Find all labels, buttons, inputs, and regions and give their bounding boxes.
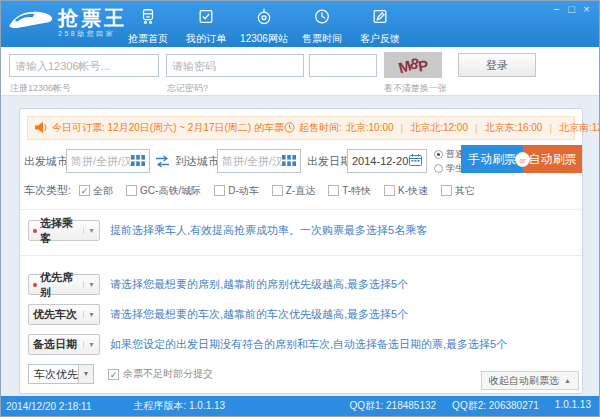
checkbox-label: Z-直达 (286, 184, 315, 198)
to-city-field (217, 149, 301, 173)
chevron-down-icon: ▼ (83, 341, 95, 348)
titlebar-header: 抢票王 258助您回家 抢票首页 (1, 1, 599, 47)
app-title: 抢票王 (58, 7, 127, 29)
status-bar: 2014/12/20 2:18:11 主程序版本: 1.0.1.13 QQ群1:… (1, 396, 599, 416)
traintype-k[interactable]: K-快速 (384, 184, 428, 198)
app-logo: 抢票王 258助您回家 (8, 7, 127, 39)
railway-site-icon (255, 7, 273, 32)
checkbox-label: 全部 (93, 184, 113, 198)
bookable-dates-text: 今日可订票: 12月20日(周六) ~ 2月17日(周二) 的车票 (52, 121, 284, 135)
checkbox-label: K-快速 (398, 184, 428, 198)
select-passengers-button[interactable]: 选择乘客 ▼ (28, 220, 100, 241)
traintype-z[interactable]: Z-直达 (272, 184, 315, 198)
train-type-label: 车次类型: (24, 183, 71, 198)
backup-dates-button[interactable]: 备选日期 ▼ (28, 334, 100, 355)
traintype-all[interactable]: ✓ 全部 (79, 184, 113, 198)
radio-icon (434, 150, 443, 159)
option-button-label: 备选日期 (33, 337, 77, 352)
seat-priority-button[interactable]: 优先席别 ▼ (28, 274, 100, 295)
status-version-label: 主程序版本: 1.0.1.13 (133, 399, 225, 413)
train-front-icon (139, 7, 157, 32)
order-check-icon (197, 7, 215, 32)
required-dot (33, 283, 37, 287)
from-city-input[interactable] (71, 155, 131, 167)
to-city-input[interactable] (222, 155, 282, 167)
checkbox-icon: ✓ (79, 185, 90, 196)
qq-group2: QQ群2: 206380271 (452, 399, 539, 413)
status-version: 1.0.1.13 (555, 399, 591, 413)
chevron-down-icon: ▼ (83, 311, 95, 318)
captcha-input[interactable] (309, 54, 377, 77)
nav-label: 12306网站 (240, 32, 288, 46)
captcha-letter: P (417, 52, 431, 78)
minimize-button[interactable]: − (549, 3, 564, 16)
train-priority-button[interactable]: 优先车次 ▼ (28, 304, 100, 325)
ticket-type-radios: 普通 学生 (434, 147, 464, 175)
main-panel: 今日可订票: 12月20日(周六) ~ 2月17日(周二) 的车票 起售时间: … (19, 108, 583, 394)
date-input[interactable] (352, 155, 409, 167)
select-value: 车次优先 (34, 367, 78, 382)
partial-submit-checkbox-row[interactable]: ✓ 余票不足时部分提交 (108, 367, 213, 381)
qq-group1: QQ群1: 218485132 (349, 399, 436, 413)
traintype-t[interactable]: T-特快 (328, 184, 371, 198)
checkbox-icon (126, 185, 137, 196)
window-controls: − □ × (549, 3, 594, 16)
checkbox-label: GC-高铁/城际 (140, 184, 201, 198)
traintype-gc[interactable]: GC-高铁/城际 (126, 184, 201, 198)
option-button-label: 优先席别 (40, 270, 83, 300)
radio-icon (434, 164, 443, 173)
swap-cities-icon[interactable] (154, 154, 171, 172)
app-subtitle: 258助您回家 (58, 29, 127, 39)
nav-item-home[interactable]: 抢票首页 (119, 7, 177, 46)
calendar-icon[interactable] (409, 152, 422, 170)
traintype-d[interactable]: D-动车 (214, 184, 259, 198)
checkbox-icon (441, 185, 452, 196)
checkbox-icon (384, 185, 395, 196)
captcha-refresh-link[interactable]: 看不清楚换一张 (384, 82, 447, 95)
notice-bar: 今日可订票: 12月20日(周六) ~ 2月17日(周二) 的车票 起售时间: … (27, 116, 575, 140)
nav-label: 售票时间 (302, 32, 342, 46)
keyboard-grid-icon[interactable] (282, 152, 296, 170)
separator: | (475, 123, 478, 134)
password-input[interactable] (166, 54, 304, 77)
from-city-field (66, 149, 150, 173)
checkbox-label: D-动车 (228, 184, 259, 198)
login-bar: M8P 登录 注册12306帐号 忘记密码? 看不清楚换一张 (1, 47, 599, 96)
clock-icon (313, 7, 331, 32)
required-dot (33, 229, 37, 233)
station-sale-time: 北京东:16:00 (485, 121, 543, 135)
checkbox-icon (214, 185, 225, 196)
captcha-image[interactable]: M8P (384, 52, 442, 78)
forgot-password-link[interactable]: 忘记密码? (167, 82, 208, 95)
radio-normal[interactable]: 普通 (434, 147, 464, 161)
nav-item-sale-times[interactable]: 售票时间 (293, 7, 351, 46)
login-button[interactable]: 登录 (458, 53, 536, 77)
register-link[interactable]: 注册12306帐号 (10, 82, 71, 95)
manual-refresh-button[interactable]: 手动刷票 (461, 145, 523, 173)
nav-item-orders[interactable]: 我的订单 (177, 7, 235, 46)
maximize-button[interactable]: □ (564, 3, 579, 16)
collapse-auto-options-button[interactable]: 收起自动刷票选 ▲ (481, 371, 579, 390)
account-input[interactable] (9, 54, 159, 77)
chevron-down-icon: ▼ (83, 227, 95, 234)
small-clock-icon (284, 122, 295, 135)
nav-label: 我的订单 (186, 32, 226, 46)
passengers-desc: 提前选择乘车人,有效提高抢票成功率。一次购票最多选择5名乘客 (110, 220, 427, 241)
chevron-down-icon: ▼ (83, 281, 95, 288)
train-priority-desc: 请选择您最想要的车次,越靠前的车次优先级越高,最多选择5个 (110, 304, 408, 325)
submit-mode-select[interactable]: 车次优先 ▼ (28, 364, 94, 384)
checkbox-icon (328, 185, 339, 196)
nav-item-12306[interactable]: 12306网站 (235, 7, 293, 46)
nav-label: 抢票首页 (128, 32, 168, 46)
traintype-other[interactable]: 其它 (441, 184, 475, 198)
checkbox-icon: ✓ (108, 369, 119, 380)
keyboard-grid-icon[interactable] (131, 152, 145, 170)
nav-item-feedback[interactable]: 客户反馈 (351, 7, 409, 46)
option-button-label: 优先车次 (33, 307, 77, 322)
separator: | (549, 123, 552, 134)
close-button[interactable]: × (579, 3, 594, 16)
station-sale-time: 北京北:12:00 (410, 121, 468, 135)
radio-student[interactable]: 学生 (434, 161, 464, 175)
auto-refresh-button[interactable]: 自动刷票 (523, 145, 582, 173)
date-field (347, 149, 427, 173)
